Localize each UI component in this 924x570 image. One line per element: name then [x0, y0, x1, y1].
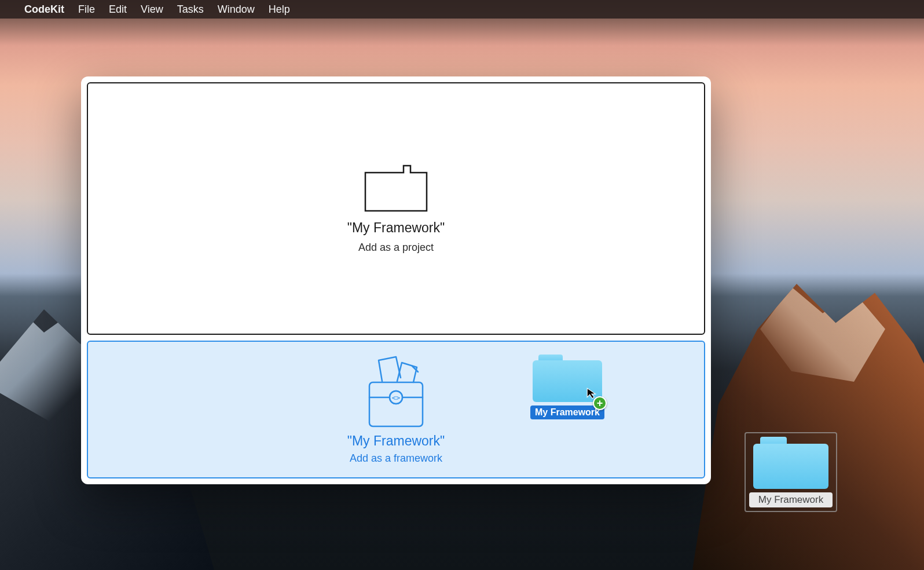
menubar-file[interactable]: File: [78, 3, 95, 16]
menubar-help[interactable]: Help: [269, 3, 290, 16]
framework-zone-subtitle: Add as a framework: [350, 452, 442, 465]
project-zone-subtitle: Add as a project: [358, 242, 434, 254]
dragged-folder-label: My Framework: [530, 405, 604, 419]
menubar-app-name[interactable]: CodeKit: [24, 3, 64, 16]
codekit-window: "My Framework" Add as a project <> "My F…: [81, 76, 711, 484]
folder-outline-icon: [364, 163, 428, 212]
add-as-framework-dropzone[interactable]: <> "My Framework" Add as a framework My …: [87, 341, 705, 478]
svg-text:<>: <>: [392, 394, 400, 402]
add-as-project-dropzone[interactable]: "My Framework" Add as a project: [87, 82, 705, 335]
dragged-folder-ghost: My Framework: [530, 355, 604, 419]
menubar-tasks[interactable]: Tasks: [177, 3, 204, 16]
toolbox-outline-icon: <>: [361, 355, 431, 429]
desktop-folder-my-framework[interactable]: My Framework: [745, 432, 837, 512]
menubar-view[interactable]: View: [141, 3, 163, 16]
menubar-edit[interactable]: Edit: [109, 3, 127, 16]
desktop-folder-label: My Framework: [749, 492, 833, 507]
menubar-window[interactable]: Window: [218, 3, 255, 16]
macos-menubar: CodeKit File Edit View Tasks Window Help: [0, 0, 924, 19]
folder-icon: [753, 437, 828, 489]
folder-icon: [533, 355, 602, 402]
project-zone-title: "My Framework": [347, 220, 445, 236]
framework-zone-title: "My Framework": [347, 433, 445, 449]
